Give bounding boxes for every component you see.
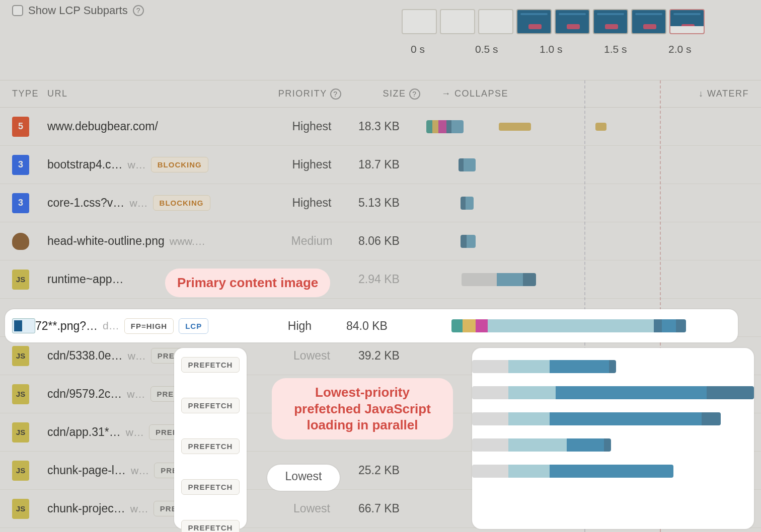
annotation-primary-image: Primary content image [165,269,330,297]
help-icon[interactable]: ? [330,88,341,100]
request-url[interactable]: www.debugbear.com/ [47,120,158,133]
table-row[interactable]: runtime~app…2.94 KB [0,260,761,299]
request-url[interactable]: head-white-outline.png [47,234,165,248]
request-url[interactable]: runtime~app… [47,273,124,286]
request-url[interactable]: chunk-projec… [47,502,125,515]
waterfall-bar [472,386,754,399]
header-size[interactable]: SIZE ? [358,88,426,100]
priority-value: Lowest [265,349,358,363]
header-priority[interactable]: PRIORITY ? [265,88,358,100]
tick: 2.0 s [668,43,733,55]
table-row[interactable]: head-white-outline.pngwww.…Medium8.06 KB [0,222,761,260]
waterfall-bar [472,360,616,373]
request-url[interactable]: cdn/5338.0e… [47,349,123,363]
filmstrip-frame [631,9,666,34]
priority-value: Medium [265,234,358,248]
priority-value: Highest [265,158,358,171]
lcp-badge: LCP [179,318,208,334]
priority-value: Highest [265,196,358,210]
filmstrip-frame [478,9,513,34]
tick: 1.0 s [540,43,604,55]
waterfall-bar [472,438,611,452]
header-url[interactable]: URL [47,88,265,99]
prefetch-badge: PREFETCH [181,438,240,454]
help-icon[interactable]: ? [409,88,420,100]
size-value: 18.7 KB [358,158,426,171]
js-icon [12,461,29,481]
help-icon[interactable]: ? [133,5,144,16]
filmstrip-frame [593,9,628,34]
blocking-badge: BLOCKING [151,157,208,172]
waterfall-bar [472,465,673,478]
filmstrip [402,9,749,34]
waterfall-cell [426,260,749,298]
checkbox-label: Show LCP Subparts [28,4,128,17]
request-url[interactable]: bootstrap4.c… [47,158,123,171]
size-value: 66.7 KB [358,502,426,515]
annotation-prefetch: Lowest-priority prefetched JavaScript lo… [272,378,453,439]
filmstrip-frame [516,9,552,34]
filmstrip-frame [669,9,705,34]
js-icon [12,346,29,366]
filmstrip-frame [402,9,437,34]
size-value: 2.94 KB [358,273,426,286]
prefetch-badge: PREFETCH [181,479,240,495]
priority-value: High [253,319,346,333]
request-domain: w… [126,426,144,438]
request-url[interactable]: cdn/app.31*… [47,425,121,439]
checkbox-icon[interactable] [12,5,23,16]
css-icon [12,155,29,175]
size-value: 5.13 KB [358,196,426,210]
request-url[interactable]: cdn/9579.2c… [47,387,122,401]
priority-value-highlighted: Lowest [267,470,340,483]
waterfall-cell [426,146,749,184]
table-row[interactable]: bootstrap4.c…w…BLOCKINGHighest18.7 KB [0,146,761,184]
request-url[interactable]: core-1.css?v… [47,196,124,210]
table-row[interactable]: www.debugbear.com/Highest18.3 KB [0,108,761,146]
request-url[interactable]: 72**.png?… [35,319,98,333]
request-domain: www.… [170,235,205,247]
js-icon [12,384,29,404]
table-row[interactable]: core-1.css?v…w…BLOCKINGHighest5.13 KB [0,184,761,222]
size-value: 39.2 KB [358,349,426,363]
html-icon [12,117,29,137]
prefetch-badge: PREFETCH [181,357,240,373]
fp-high-badge: FP=HIGH [124,318,174,334]
collapse-button[interactable]: → COLLAPSE [441,88,508,99]
js-icon [12,270,29,290]
priority-value: Highest [265,120,358,133]
header-type[interactable]: TYPE [12,88,47,99]
js-icon [12,422,29,442]
request-domain: w… [128,350,146,362]
request-domain: d… [103,320,119,332]
timeline-ticks: 0 s 0.5 s 1.0 s 1.5 s 2.0 s [402,43,749,55]
prefetch-badge: PREFETCH [181,520,240,532]
waterfall-cell [426,108,749,145]
waterfall-bar [472,412,721,425]
image-icon [12,318,35,333]
tick: 1.5 s [604,43,668,55]
request-domain: w… [129,197,147,209]
filmstrip-frame [555,9,590,34]
filmstrip-frame [440,9,475,34]
prefetch-badge: PREFETCH [181,398,240,413]
js-icon [12,499,29,519]
header-waterfall[interactable]: ↓ WATERF [699,88,749,99]
waterfall-cell [426,222,749,260]
request-domain: w… [130,503,148,515]
tick: 0.5 s [475,43,540,55]
show-lcp-subparts-checkbox[interactable]: Show LCP Subparts ? [12,4,144,17]
request-domain: w… [127,388,145,400]
priority-value: Lowest [265,502,358,515]
tick: 0 s [411,43,475,55]
css-icon [12,193,29,213]
request-url[interactable]: chunk-page-l… [47,464,126,477]
waterfall-bar [414,309,731,342]
size-value: 8.06 KB [358,234,426,248]
size-value: 84.0 KB [346,319,414,333]
request-domain: w… [128,159,146,171]
img-icon [12,233,29,250]
request-domain: w… [131,465,149,477]
blocking-badge: BLOCKING [153,195,210,211]
size-value: 18.3 KB [358,120,426,133]
